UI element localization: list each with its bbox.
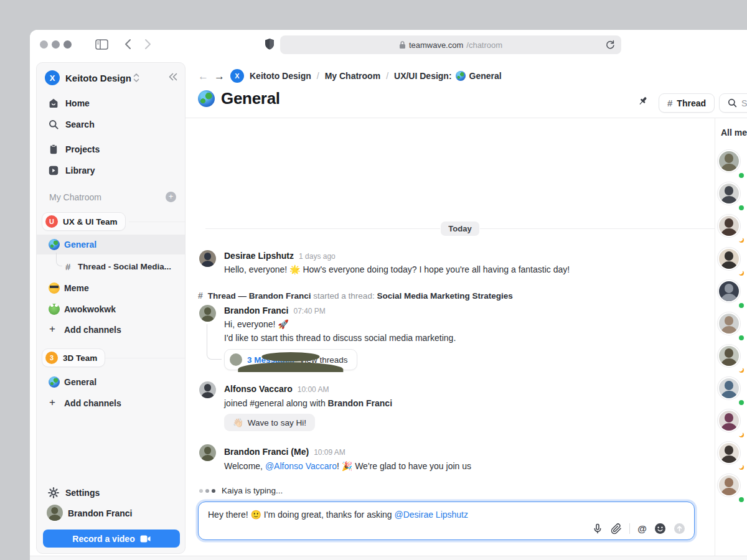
send-button[interactable] <box>674 523 685 534</box>
channel-item-general-3d[interactable]: General <box>37 372 185 392</box>
team-tab-ux-ui[interactable]: U UX & UI Team <box>42 212 126 231</box>
thread-banner: #Thread — Brandon Franci started a threa… <box>198 291 513 301</box>
channel-item-general[interactable]: General <box>37 235 185 254</box>
pin-icon[interactable] <box>637 96 649 108</box>
thread-button[interactable]: # Thread <box>659 93 715 113</box>
team-badge: 3 <box>45 352 58 364</box>
workspace-switcher-icon[interactable] <box>133 73 139 83</box>
hash-icon: # <box>198 291 203 301</box>
message-time: 10:00 AM <box>298 385 329 394</box>
members-header: All members <box>721 128 747 138</box>
member-item[interactable] <box>716 182 743 210</box>
sidebar-item-settings[interactable]: Settings <box>37 483 185 502</box>
address-bar[interactable]: teamwave.com/chatroom <box>280 35 621 54</box>
channel-label: Thread - Social Media... <box>78 262 171 271</box>
member-item[interactable] <box>716 442 743 469</box>
breadcrumb-channel[interactable]: General <box>469 71 502 81</box>
breadcrumb-workspace[interactable]: Keitoto Design <box>250 71 311 81</box>
record-video-button[interactable]: Record a video <box>43 530 180 548</box>
sidebar-item-label: Library <box>65 166 95 175</box>
browser-window: teamwave.com/chatroom X Keitoto Design H… <box>30 30 747 560</box>
window-minimize-button[interactable] <box>52 40 60 49</box>
channel-item-awokwokwk[interactable]: Awokwokwk <box>37 299 185 319</box>
team-tab-3d[interactable]: 3 3D Team <box>42 348 105 367</box>
hash-icon: # <box>65 261 70 272</box>
history-back-icon[interactable]: ← <box>198 71 209 82</box>
message-input[interactable]: Hey there! 🙂 I'm doing great, thanks for… <box>208 510 468 520</box>
search-button[interactable]: Search <box>719 93 747 113</box>
sidebar-item-projects[interactable]: Projects <box>37 140 185 159</box>
breadcrumb-separator: / <box>386 71 388 81</box>
sidebar-collapse-icon[interactable] <box>169 73 177 81</box>
mic-icon[interactable] <box>592 523 603 534</box>
add-channels-button[interactable]: + Add channels <box>37 393 185 413</box>
add-channels-button[interactable]: + Add channels <box>37 320 185 340</box>
avatar <box>47 505 63 521</box>
status-online-icon <box>738 204 745 212</box>
message-text: Welcome, @Alfonso Vaccaro! 🎉 We're glad … <box>224 461 471 471</box>
sidebar-item-label: Projects <box>65 144 100 154</box>
avatar[interactable] <box>199 381 216 398</box>
toolbar-sidebar-toggle-icon[interactable] <box>95 39 108 50</box>
channel-item-meme[interactable]: Meme <box>37 278 185 298</box>
privacy-shield-icon[interactable] <box>265 38 275 50</box>
divider <box>129 222 185 222</box>
add-chatroom-button[interactable]: + <box>166 192 176 202</box>
status-online-icon <box>738 172 745 179</box>
sidebar-item-label: Home <box>65 98 90 108</box>
divider <box>105 358 185 358</box>
mention-icon[interactable]: @ <box>637 523 647 534</box>
window-zoom-button[interactable] <box>63 40 72 49</box>
team-name: UX & UI Team <box>63 217 118 226</box>
member-item[interactable] <box>716 248 743 275</box>
member-avatar <box>718 248 740 270</box>
message-composer[interactable]: Hey there! 🙂 I'm doing great, thanks for… <box>198 502 695 540</box>
search-icon <box>48 119 59 130</box>
browser-back-button[interactable] <box>125 39 131 50</box>
emoji-icon[interactable] <box>654 523 666 534</box>
sidebar-item-library[interactable]: Library <box>37 161 185 180</box>
message-time: 10:09 AM <box>314 448 345 457</box>
status-away-icon <box>738 269 745 277</box>
reload-icon[interactable] <box>605 40 615 50</box>
member-item[interactable] <box>716 215 743 242</box>
sidebar-item-search[interactable]: Search <box>37 115 185 134</box>
channel-label: Meme <box>64 283 89 293</box>
thread-banner-lead: Thread — Brandon Franci <box>208 291 311 301</box>
chat-header: ← → X Keitoto Design / My Chatroom / UX/… <box>186 60 747 118</box>
member-item[interactable] <box>716 409 743 437</box>
url-path: /chatroom <box>466 40 502 50</box>
avatar[interactable] <box>199 305 216 322</box>
member-item[interactable] <box>716 312 743 340</box>
member-avatar <box>718 312 740 335</box>
wave-to-say-hi-button[interactable]: 👋🏻 Wave to say Hi! <box>224 414 315 431</box>
sidebar-profile[interactable]: Brandon Franci <box>37 504 185 523</box>
workspace-logo[interactable]: X <box>45 70 60 85</box>
status-away-icon <box>738 366 745 374</box>
member-item[interactable] <box>716 150 743 177</box>
member-avatar <box>718 150 740 172</box>
mention-link[interactable]: @Desirae Lipshutz <box>395 510 469 520</box>
attachment-icon[interactable] <box>611 523 622 534</box>
avatar[interactable] <box>199 444 216 461</box>
browser-forward-button[interactable] <box>144 39 151 50</box>
window-close-button[interactable] <box>40 40 48 49</box>
workspace-name[interactable]: Keitoto Design <box>65 73 131 83</box>
member-item[interactable] <box>716 377 743 404</box>
mention-link[interactable]: @Alfonso Vaccaro <box>265 461 337 471</box>
history-forward-icon[interactable]: → <box>214 71 225 82</box>
avatar[interactable] <box>199 250 216 267</box>
member-item[interactable] <box>716 474 743 502</box>
breadcrumb-page[interactable]: UX/UI Design: <box>394 71 452 81</box>
view-threads-card[interactable]: 3 Messages View threads <box>224 349 357 370</box>
home-icon <box>48 98 59 109</box>
sidebar-item-home[interactable]: Home <box>37 94 185 113</box>
wave-emoji: 👋🏻 <box>233 418 243 427</box>
breadcrumb-room[interactable]: My Chatroom <box>325 71 380 81</box>
channel-item-thread[interactable]: # Thread - Social Media... <box>37 257 185 277</box>
member-item[interactable] <box>716 345 743 372</box>
member-avatar <box>718 345 740 367</box>
member-item[interactable] <box>716 280 743 307</box>
globe-icon <box>456 71 466 81</box>
status-online-icon <box>738 334 745 342</box>
